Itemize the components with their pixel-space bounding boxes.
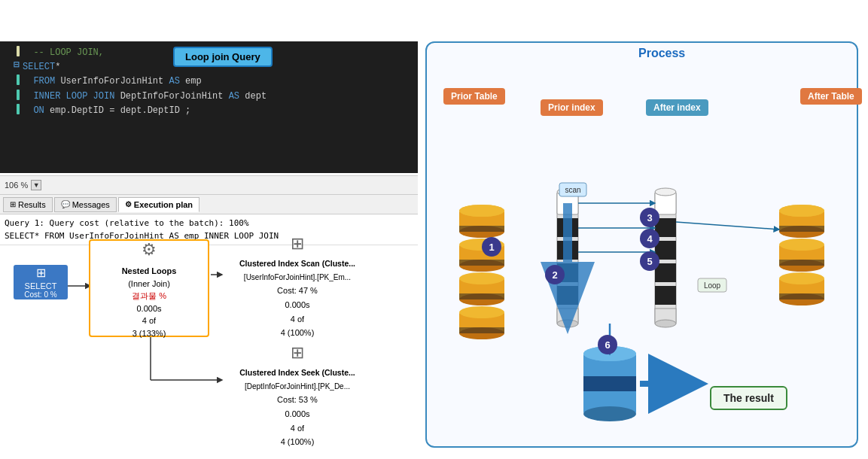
code-line-4: INNER LOOP JOIN DeptInfoForJoinHint AS d… [0, 90, 418, 104]
loop-join-query-button[interactable]: Loop join Query [173, 47, 273, 67]
cluster-seek-rows1: 4 of [222, 421, 373, 436]
tab-results-label: Results [18, 200, 46, 209]
results-icon: ⊞ [10, 200, 16, 208]
gutter-bar-3 [17, 74, 20, 85]
code-line-3: FROM UserInfoForJoinHint AS emp [0, 74, 418, 89]
on-text: ON emp.DeptID = dept.DeptID ; [23, 104, 190, 118]
badge-prior-table: Prior Table [443, 88, 505, 105]
tab-execution-plan[interactable]: ⚙ Execution plan [118, 197, 199, 212]
select-text: SELECT* [23, 60, 60, 74]
inner-join-text: INNER LOOP JOIN DeptInfoForJoinHint AS d… [23, 90, 266, 104]
the-result-box: The result [710, 386, 787, 410]
nested-rows1: 4 of [142, 315, 156, 327]
select-cost: Cost: 0 % [24, 290, 56, 299]
nested-loops-box: ⚙ Nested Loops (Inner Join) 결과물 % 0.000s… [89, 239, 209, 337]
cluster-scan-sub: [UserInfoForJoinHint].[PK_Em... [222, 271, 373, 284]
gutter-bar-1 [17, 46, 20, 56]
gutter-3 [6, 74, 20, 85]
left-panel: -- LOOP JOIN, ⊟ SELECT* FROM UserInfoFor… [0, 0, 418, 459]
query-result-line1: Query 1: Query cost (relative to the bat… [5, 217, 413, 230]
cluster-scan-time: 0.000s [222, 298, 373, 312]
cluster-scan-title: Clustered Index Scan (Cluste... [222, 257, 373, 271]
code-line-5: ON emp.DeptID = dept.DeptID ; [0, 104, 418, 118]
minus-sign: ⊟ [14, 60, 20, 70]
select-icon: ⊞ [36, 266, 46, 280]
gutter-bar-4 [17, 90, 20, 100]
select-label: SELECT [25, 281, 57, 290]
gutter-1 [6, 46, 20, 56]
cluster-seek-box: ⊞ Clustered Index Seek (Cluste... [DeptI… [222, 339, 373, 449]
zoom-decrease-button[interactable]: ▼ [31, 180, 41, 190]
select-box: ⊞ SELECT Cost: 0 % [14, 265, 68, 299]
nested-loops-title: Nested Loops [122, 265, 177, 278]
cluster-scan-icon: ⊞ [222, 230, 373, 257]
zoom-bar: 106 % ▼ [0, 175, 418, 195]
execution-plan-icon: ⚙ [125, 200, 132, 208]
tabs-bar: ⊞ Results 💬 Messages ⚙ Execution plan [0, 195, 418, 214]
nested-rows2: 3 (133%) [132, 327, 166, 340]
badge-after-index: After index [646, 99, 708, 116]
nested-cost-label: 결과물 % [132, 290, 166, 302]
cluster-seek-cost: Cost: 53 % [222, 393, 373, 407]
cluster-seek-rows2: 4 (100%) [222, 435, 373, 449]
zoom-value: 106 % [5, 181, 28, 190]
cluster-seek-time: 0.000s [222, 407, 373, 421]
messages-icon: 💬 [61, 200, 70, 208]
process-title: Process [632, 47, 691, 60]
tab-execution-plan-label: Execution plan [134, 200, 193, 209]
badge-prior-index: Prior index [541, 99, 603, 116]
tab-results[interactable]: ⊞ Results [3, 197, 53, 212]
gutter-5 [6, 104, 20, 114]
tab-messages[interactable]: 💬 Messages [54, 197, 117, 212]
cluster-seek-icon: ⊞ [222, 339, 373, 366]
cluster-seek-sub: [DeptInfoForJoinHint].[PK_De... [222, 380, 373, 393]
nested-loops-sub: (Inner Join) [128, 278, 170, 290]
from-text: FROM UserInfoForJoinHint AS emp [23, 74, 202, 89]
tab-messages-label: Messages [72, 200, 110, 209]
nested-loops-icon: ⚙ [142, 237, 157, 262]
comment-text: -- LOOP JOIN, [23, 46, 104, 60]
cluster-scan-box: ⊞ Clustered Index Scan (Cluste... [UserI… [222, 230, 373, 340]
gutter-bar-5 [17, 104, 20, 114]
cluster-scan-cost: Cost: 47 % [222, 284, 373, 298]
gutter-4 [6, 90, 20, 100]
cluster-seek-title: Clustered Index Seek (Cluste... [222, 366, 373, 380]
cluster-scan-rows1: 4 of [222, 312, 373, 327]
nested-time: 0.000s [136, 302, 161, 315]
badge-after-table: After Table [800, 88, 862, 105]
gutter-2: ⊟ [6, 60, 20, 70]
